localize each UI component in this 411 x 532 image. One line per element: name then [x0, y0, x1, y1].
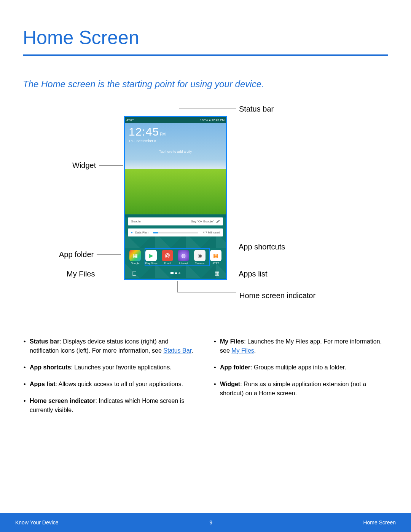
globe-icon: ● — [131, 231, 133, 234]
callout-widget: Widget — [72, 161, 123, 170]
callout-home-indicator: Home screen indicator — [177, 291, 315, 300]
data-plan-label: Data Plan — [135, 231, 148, 234]
device-screenshot: AT&T 100% ∎ 12:45 PM 12:45PM Thu, Septem… — [124, 116, 227, 280]
callout-label: Home screen indicator — [239, 291, 315, 300]
dock-play-store: ▶ Play Store — [144, 250, 158, 265]
footer-right: Home Screen — [363, 519, 396, 526]
bullet-term: My Files — [220, 338, 244, 345]
wallpaper-grass — [125, 169, 226, 214]
bullet-item: Home screen indicator: Indicates which H… — [23, 396, 198, 415]
bullet-col-left: Status bar: Displays device status icons… — [23, 337, 198, 422]
clock-date: Thu, September 8 — [129, 139, 166, 143]
bullet-term: Status bar — [30, 338, 59, 345]
tap-hint: Tap here to add a city — [125, 150, 226, 153]
dock-label: Email — [160, 262, 175, 265]
dock-att-folder: ▦ AT&T — [209, 250, 223, 265]
callout-app-folder: App folder — [59, 250, 121, 259]
page-footer: Know Your Device 9 Home Screen — [0, 513, 411, 532]
bullet-term: App shortcuts — [30, 364, 71, 371]
status-bar: AT&T 100% ∎ 12:45 PM — [125, 117, 226, 123]
dock-camera: ◉ Camera — [193, 250, 207, 265]
inline-link[interactable]: My Files — [231, 347, 254, 354]
status-right: 100% ∎ 12:45 PM — [200, 118, 225, 122]
data-plan-used: 4.7 MB used — [203, 231, 220, 234]
my-files-icon: ▢ — [130, 269, 138, 277]
home-indicator-dots — [170, 272, 180, 274]
dock-email: @ Email — [160, 250, 175, 265]
callout-label: Apps list — [239, 270, 268, 278]
callout-line — [226, 274, 236, 274]
dock-label: AT&T — [209, 262, 223, 265]
footer-left: Know Your Device — [15, 519, 59, 526]
callout-label: App folder — [59, 250, 94, 259]
dock-internet: ◍ Internet — [176, 250, 191, 265]
diagram-area: Widget App folder My Files Status bar Ap… — [0, 105, 411, 318]
callout-label: Widget — [72, 161, 96, 170]
bullet-columns: Status bar: Displays device status icons… — [0, 318, 411, 422]
google-folder-icon: ▦ — [129, 250, 141, 261]
dock-label: Play Store — [144, 262, 158, 265]
data-plan-bar — [153, 232, 198, 233]
bullet-item: App folder: Groups multiple apps into a … — [213, 363, 388, 372]
dock-label: Google — [128, 262, 142, 265]
wallpaper: 12:45PM Thu, September 8 Tap here to add… — [125, 123, 226, 214]
footer-page-number: 9 — [209, 519, 212, 526]
camera-icon: ◉ — [194, 250, 206, 261]
internet-icon: ◍ — [178, 250, 189, 261]
callout-label: App shortcuts — [239, 243, 285, 251]
bullet-item: Widget: Runs as a simple application ext… — [213, 380, 388, 398]
callout-line — [98, 274, 122, 274]
status-carrier: AT&T — [126, 118, 134, 122]
mic-icon: 🎤 — [216, 220, 220, 223]
app-dock: ▦ Google ▶ Play Store @ Email ◍ Internet… — [128, 250, 223, 265]
dock-google-folder: ▦ Google — [128, 250, 142, 265]
bullet-term: Home screen indicator — [30, 398, 96, 404]
email-icon: @ — [162, 250, 173, 261]
callout-line — [99, 165, 123, 166]
play-store-icon: ▶ — [145, 250, 157, 261]
bullet-item: My Files: Launches the My Files app. For… — [213, 337, 388, 355]
inline-link[interactable]: Status Bar — [163, 347, 191, 354]
clock-ampm: PM — [160, 132, 166, 136]
bullet-col-right: My Files: Launches the My Files app. For… — [213, 337, 388, 422]
nav-bar: ▢ ▦ — [125, 269, 226, 277]
bullet-term: Apps list — [30, 381, 56, 387]
bullet-item: App shortcuts: Launches your favorite ap… — [23, 363, 198, 372]
google-search-card: Google Say "Ok Google" 🎤 — [128, 217, 223, 225]
dock-label: Internet — [176, 262, 191, 265]
intro-text: The Home screen is the starting point fo… — [0, 56, 411, 89]
page-title: Home Screen — [0, 0, 411, 54]
clock-time: 12:45 — [129, 125, 159, 138]
apps-list-icon: ▦ — [213, 269, 221, 277]
bullet-term: Widget — [220, 381, 240, 387]
dock-label: Camera — [193, 262, 207, 265]
clock-widget: 12:45PM Thu, September 8 — [129, 125, 166, 143]
data-plan-card: ● Data Plan 4.7 MB used — [128, 228, 223, 236]
callout-label: Status bar — [239, 105, 274, 113]
bullet-item: Status bar: Displays device status icons… — [23, 337, 198, 355]
google-hint: Say "Ok Google" — [191, 220, 214, 223]
callout-apps-list: Apps list — [226, 270, 268, 278]
bullet-term: App folder — [220, 364, 250, 371]
callout-my-files: My Files — [67, 270, 122, 278]
callout-label: My Files — [67, 270, 95, 278]
google-logo-text: Google — [131, 220, 141, 223]
callout-elbow — [177, 281, 236, 296]
callout-line — [97, 254, 121, 255]
att-folder-icon: ▦ — [210, 250, 221, 261]
bullet-item: Apps list: Allows quick access to all of… — [23, 380, 198, 389]
